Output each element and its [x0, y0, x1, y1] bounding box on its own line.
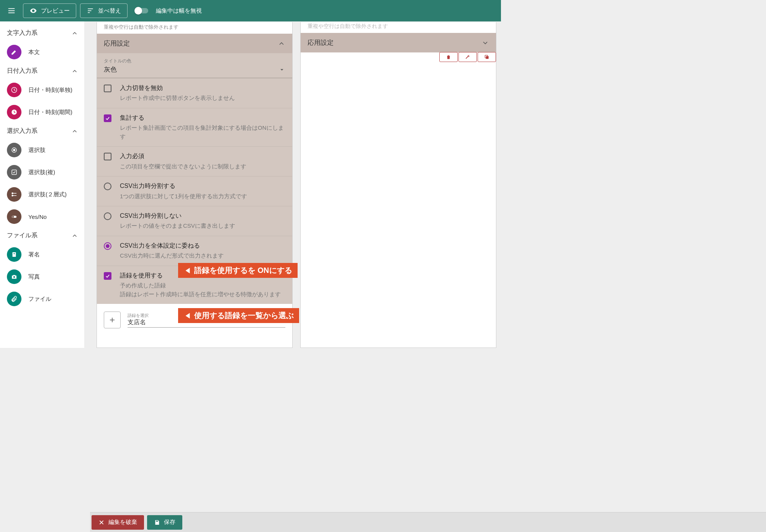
svg-point-19	[14, 253, 15, 254]
option-checkbox[interactable]	[104, 272, 111, 280]
sidebar-section-title: 文字入力系	[7, 29, 38, 37]
callout-text-2: 使用する語録を一覧から選ぶ	[194, 310, 294, 321]
chevron-down-icon	[278, 66, 285, 73]
eye-icon	[29, 7, 37, 15]
option-radio[interactable]	[104, 183, 111, 190]
chevron-up-icon	[71, 68, 78, 75]
delete-button[interactable]	[439, 52, 458, 62]
card-actions	[439, 52, 496, 62]
radio-icon	[7, 143, 21, 157]
copy-icon	[484, 54, 489, 60]
ignore-width-label: 編集中は幅を無視	[156, 7, 202, 15]
advanced-settings-header-right[interactable]: 応用設定	[301, 33, 496, 52]
sidebar-item[interactable]: 選択肢(２層式)	[0, 183, 84, 206]
sidebar-item-label: Yes/No	[28, 214, 47, 220]
wrench-icon	[465, 54, 470, 60]
option-checkbox[interactable]	[104, 114, 111, 122]
ignore-width-toggle[interactable]	[135, 8, 148, 13]
callout-use-glossary: 語録を使用するを ONにする	[178, 263, 298, 278]
chevron-up-icon	[71, 232, 78, 239]
svg-point-17	[12, 216, 14, 218]
option-desc: この項目を空欄で提出できないように制限します	[120, 162, 285, 171]
svg-marker-27	[186, 313, 190, 318]
svg-point-13	[12, 195, 13, 196]
right-column: 重複や空行は自動で除外されます 応用設定	[300, 22, 496, 348]
title-color-dropdown[interactable]: 灰色	[97, 64, 292, 78]
option-checkbox[interactable]	[104, 153, 111, 160]
option-row: CSV出力を全体設定に委ねる CSV出力時に選んだ形式で出力されます	[97, 236, 292, 266]
svg-marker-21	[280, 69, 283, 70]
sidebar-section-header[interactable]: ファイル系	[0, 228, 84, 243]
option-desc: レポートの値をそのままCSVに書き出します	[120, 222, 285, 230]
sidebar-item-label: 日付・時刻(期間)	[28, 109, 72, 116]
switch-icon	[7, 209, 21, 224]
option-row: 入力切替を無効 レポート作成中に切替ボタンを表示しません	[97, 78, 292, 108]
stamp-icon	[7, 247, 21, 262]
option-title: 入力必須	[120, 152, 285, 160]
svg-point-10	[13, 149, 15, 151]
sidebar-item-label: 写真	[28, 273, 40, 281]
option-radio[interactable]	[104, 212, 111, 220]
title-color-label: タイトルの色	[97, 55, 292, 64]
option-row: CSV出力時分割しない レポートの値をそのままCSVに書き出します	[97, 206, 292, 236]
sidebar-item[interactable]: 署名	[0, 243, 84, 266]
preview-button[interactable]: プレビュー	[23, 3, 76, 18]
sidebar-item[interactable]: 本文	[0, 41, 84, 63]
option-title: CSV出力時分割しない	[120, 212, 285, 220]
option-title: CSV出力を全体設定に委ねる	[120, 242, 285, 250]
menu-icon[interactable]	[4, 3, 19, 18]
sidebar-item[interactable]: 選択肢(複)	[0, 161, 84, 183]
sidebar-item[interactable]: 選択肢	[0, 139, 84, 161]
callout-arrow-icon	[183, 266, 192, 275]
settings-button[interactable]	[458, 52, 477, 62]
advanced-settings-header[interactable]: 応用設定	[97, 34, 292, 53]
clock-solid-icon	[7, 105, 21, 119]
sidebar-item-label: 選択肢(複)	[28, 169, 55, 176]
sidebar-section-title: ファイル系	[7, 232, 38, 240]
chevron-up-icon	[71, 30, 78, 37]
option-checkbox[interactable]	[104, 85, 111, 92]
svg-rect-18	[13, 252, 16, 257]
dedup-hint-faded: 重複や空行は自動で除外されます	[301, 22, 496, 33]
sidebar: 文字入力系 本文日付入力系 日付・時刻(単独) 日付・時刻(期間)選択入力系 選…	[0, 21, 84, 348]
sidebar-section-title: 選択入力系	[7, 127, 38, 135]
option-desc: レポート作成中に切替ボタンを表示しません	[120, 94, 285, 103]
chevron-up-icon	[278, 40, 285, 47]
option-desc: 予め作成した語録語録はレポート作成時に単語を任意に増やせる特徴があります	[120, 281, 285, 299]
svg-rect-11	[12, 170, 16, 175]
option-desc: レポート集計画面でこの項目を集計対象にする場合はONにします	[120, 124, 285, 141]
option-title: 入力切替を無効	[120, 84, 285, 92]
svg-marker-26	[186, 268, 190, 273]
sidebar-section-title: 日付入力系	[7, 67, 38, 75]
option-radio[interactable]	[104, 242, 111, 250]
app-header: プレビュー 並べ替え 編集中は幅を無視	[0, 0, 501, 21]
sidebar-item[interactable]: Yes/No	[0, 206, 84, 228]
main-area: 重複や空行は自動で除外されます 応用設定 タイトルの色 灰色 入力切替を無効 レ…	[84, 21, 501, 348]
sidebar-section-header[interactable]: 日付入力系	[0, 63, 84, 79]
sidebar-item-label: ファイル	[28, 295, 51, 303]
left-column: 重複や空行は自動で除外されます 応用設定 タイトルの色 灰色 入力切替を無効 レ…	[97, 22, 293, 348]
sidebar-item[interactable]: ファイル	[0, 288, 84, 310]
clip-icon	[7, 292, 21, 306]
tree-icon	[7, 187, 21, 202]
sidebar-item[interactable]: 写真	[0, 266, 84, 288]
sort-icon	[87, 7, 94, 15]
sidebar-item-label: 本文	[28, 49, 40, 56]
copy-button[interactable]	[478, 52, 496, 62]
svg-point-3	[33, 10, 34, 11]
sidebar-section-header[interactable]: 文字入力系	[0, 25, 84, 41]
add-glossary-button[interactable]	[104, 312, 121, 328]
callout-arrow-icon	[183, 312, 192, 320]
option-desc: 1つの選択肢に対して1列を使用する出力方式です	[120, 192, 285, 201]
sidebar-section-header[interactable]: 選択入力系	[0, 123, 84, 139]
sidebar-item-label: 日付・時刻(単独)	[28, 86, 72, 94]
preview-label: プレビュー	[41, 7, 70, 15]
advanced-settings-title-right: 応用設定	[308, 38, 334, 47]
option-row: 集計する レポート集計画面でこの項目を集計対象にする場合はONにします	[97, 108, 292, 146]
option-row: CSV出力時分割する 1つの選択肢に対して1列を使用する出力方式です	[97, 176, 292, 206]
pencil-icon	[7, 45, 21, 59]
sidebar-item[interactable]: 日付・時刻(単独)	[0, 79, 84, 101]
sort-button[interactable]: 並べ替え	[80, 3, 128, 18]
advanced-settings-title: 応用設定	[104, 39, 130, 48]
sidebar-item[interactable]: 日付・時刻(期間)	[0, 101, 84, 123]
